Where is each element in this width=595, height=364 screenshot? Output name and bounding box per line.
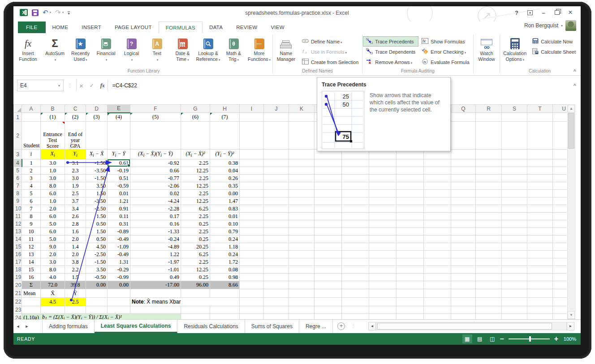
cell[interactable]	[315, 274, 342, 281]
cell[interactable]: 2.5	[65, 190, 86, 197]
cell[interactable]	[41, 306, 65, 314]
cell[interactable]	[527, 266, 553, 274]
cell[interactable]	[342, 205, 369, 213]
cell[interactable]	[108, 289, 130, 298]
cell[interactable]	[553, 182, 567, 190]
row-header-8[interactable]: 8	[14, 190, 22, 197]
cell[interactable]	[264, 220, 289, 228]
cell[interactable]: 0.91	[108, 205, 130, 213]
ribbon-tab-insert[interactable]: INSERT	[75, 21, 108, 33]
cell[interactable]: -1.50	[86, 258, 108, 266]
cell[interactable]	[527, 159, 553, 167]
cell[interactable]	[315, 159, 342, 167]
vertical-scrollbar[interactable]	[567, 104, 575, 319]
cell[interactable]	[476, 289, 502, 298]
cell[interactable]	[86, 289, 108, 298]
cell[interactable]	[527, 197, 553, 205]
redo-icon[interactable]: ↷	[55, 9, 61, 16]
cell[interactable]	[451, 266, 476, 274]
cell[interactable]: -17.00	[130, 281, 181, 289]
new-sheet-icon[interactable]	[337, 322, 345, 330]
cell[interactable]	[342, 251, 369, 258]
cell[interactable]: 1.6	[65, 228, 86, 236]
cell[interactable]	[240, 213, 264, 220]
cell[interactable]	[502, 175, 527, 182]
cell[interactable]: 15	[22, 266, 41, 274]
tab-bar-splitter[interactable]	[351, 323, 356, 333]
vertical-scrollbar-thumb[interactable]	[568, 113, 574, 149]
cell[interactable]	[502, 213, 527, 220]
cell[interactable]	[264, 258, 289, 266]
cell[interactable]: Ȳ	[65, 289, 86, 298]
sheet-nav-left-icon[interactable]	[13, 320, 22, 333]
cell[interactable]	[397, 205, 424, 213]
watch-window-button[interactable]: oo WatchWindow	[474, 34, 499, 62]
cell[interactable]	[240, 228, 264, 236]
cell[interactable]	[22, 113, 41, 122]
cell[interactable]: 2.25	[181, 258, 210, 266]
row-header-9[interactable]: 9	[14, 197, 22, 205]
minimize-icon[interactable]	[538, 8, 549, 17]
cell[interactable]: 1.9	[65, 182, 86, 190]
cell[interactable]: Yi − Ȳ	[108, 150, 130, 159]
ribbon-text-button[interactable]: AText	[144, 34, 170, 63]
cell[interactable]	[240, 190, 264, 197]
cell[interactable]: (1)	[41, 113, 65, 122]
cell[interactable]	[315, 182, 342, 190]
cell[interactable]	[424, 228, 451, 236]
cell[interactable]	[424, 314, 451, 320]
horizontal-scrollbar-thumb[interactable]	[377, 323, 552, 330]
cell[interactable]	[553, 266, 567, 274]
cell[interactable]	[553, 150, 567, 159]
cell[interactable]	[424, 251, 451, 258]
cell[interactable]	[369, 314, 397, 320]
cell[interactable]	[342, 228, 369, 236]
cell[interactable]: 0.26	[210, 175, 240, 182]
cell[interactable]: -0.59	[108, 182, 130, 190]
cell[interactable]: 2.25	[181, 228, 210, 236]
cell[interactable]: -1.09	[108, 243, 130, 251]
cell[interactable]: 0.24	[210, 236, 240, 243]
cell[interactable]	[369, 190, 397, 197]
help-icon[interactable]	[511, 8, 522, 17]
cell[interactable]: -0.49	[108, 251, 130, 258]
ribbon-error-checking-button[interactable]: !Error Checking	[418, 47, 472, 57]
cell[interactable]	[315, 175, 342, 182]
cell[interactable]	[342, 281, 369, 289]
cell[interactable]: -1.50	[86, 159, 108, 167]
cell[interactable]: 0.16	[130, 220, 181, 228]
cell[interactable]	[424, 182, 451, 190]
cell[interactable]: 3.50	[86, 182, 108, 190]
cell[interactable]	[451, 251, 476, 258]
cell[interactable]	[397, 258, 424, 266]
row-header-19[interactable]: 19	[14, 274, 22, 281]
cell[interactable]	[424, 205, 451, 213]
column-header-H[interactable]: H	[210, 105, 240, 113]
cell[interactable]	[476, 228, 502, 236]
cell[interactable]	[424, 220, 451, 228]
cell[interactable]	[397, 289, 424, 298]
row-header-23[interactable]: 23	[14, 306, 22, 314]
cell[interactable]	[553, 213, 567, 220]
cell[interactable]	[289, 243, 315, 251]
cell[interactable]	[527, 150, 553, 159]
cell[interactable]: -0.92	[130, 159, 181, 167]
row-header-16[interactable]: 16	[14, 251, 22, 258]
ribbon-use-in-formula-button[interactable]: fxUse in Formula	[299, 47, 362, 57]
cell[interactable]	[502, 281, 527, 289]
cell[interactable]	[553, 306, 567, 314]
cell[interactable]: -4.89	[130, 243, 181, 251]
cell[interactable]	[264, 251, 289, 258]
cell[interactable]: 4.5	[41, 298, 65, 306]
cell[interactable]: 0.24	[210, 251, 240, 258]
cell[interactable]	[527, 228, 553, 236]
cell[interactable]: Mean	[22, 289, 41, 298]
cell[interactable]	[289, 159, 315, 167]
cell[interactable]	[476, 274, 502, 281]
cell[interactable]	[342, 243, 369, 251]
cell[interactable]: 0.50	[86, 220, 108, 228]
cell[interactable]	[553, 113, 567, 122]
cell[interactable]	[502, 298, 527, 306]
cell[interactable]	[369, 220, 397, 228]
cell[interactable]	[502, 122, 527, 150]
